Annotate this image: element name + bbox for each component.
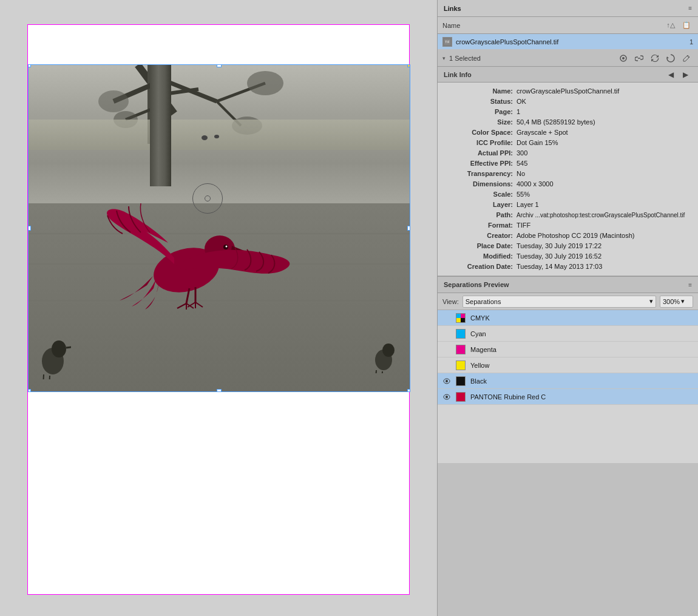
sep-item-magenta[interactable]: Magenta xyxy=(438,342,698,357)
sort-button[interactable]: ↑△ xyxy=(664,19,677,32)
edit-button[interactable] xyxy=(680,52,693,64)
link-item[interactable]: TIF crowGrayscalePlusSpotChannel.tif 1 xyxy=(438,34,698,50)
goto-link-button[interactable] xyxy=(617,52,630,64)
label-name: Name: xyxy=(444,86,517,96)
svg-point-19 xyxy=(226,246,228,248)
sep-toolbar: View: Separations ▾ 300% ▾ xyxy=(438,293,698,310)
selected-chevron-icon[interactable]: ▾ xyxy=(442,55,446,61)
handle-top-right[interactable] xyxy=(407,64,410,67)
handle-middle-right[interactable] xyxy=(407,226,410,231)
label-path: Path: xyxy=(444,210,517,220)
cyan-swatch xyxy=(456,329,466,339)
svg-text:TIF: TIF xyxy=(445,40,450,44)
sep-item-black[interactable]: Black xyxy=(438,373,698,389)
sep-item-pantone[interactable]: PANTONE Rubine Red C xyxy=(438,389,698,405)
info-row-layer: Layer: Layer 1 xyxy=(444,200,692,210)
new-doc-button[interactable]: 📋 xyxy=(680,19,693,32)
cmyk-swatch xyxy=(456,313,466,323)
value-creation: Tuesday, 14 May 2013 17:03 xyxy=(517,262,602,272)
label-effectiveppi: Effective PPI: xyxy=(444,158,517,169)
sep-item-cmyk-label: CMYK xyxy=(470,314,490,322)
edit-icon xyxy=(683,55,690,62)
info-row-creation: Creation Date: Tuesday, 14 May 2013 17:0… xyxy=(444,262,692,272)
label-placedate: Place Date: xyxy=(444,241,517,251)
value-dimensions: 4000 x 3000 xyxy=(517,179,554,189)
svg-line-31 xyxy=(43,374,44,379)
handle-middle-left[interactable] xyxy=(28,226,31,231)
eye-icon-black[interactable] xyxy=(442,377,451,385)
refresh-icon xyxy=(666,54,675,63)
link-info-nav: ◀ ▶ xyxy=(664,69,692,81)
image-frame[interactable] xyxy=(28,64,410,392)
sep-item-yellow[interactable]: Yellow xyxy=(438,357,698,373)
sep-dropdown-value: Separations xyxy=(466,298,501,305)
handle-bottom-center[interactable] xyxy=(217,389,222,392)
info-row-dimensions: Dimensions: 4000 x 3000 xyxy=(444,179,692,189)
handle-top-center[interactable] xyxy=(217,64,222,67)
sep-item-cyan-label: Cyan xyxy=(470,330,486,337)
info-row-name: Name: crowGrayscalePlusSpotChannel.tif xyxy=(444,86,692,96)
sep-view-dropdown[interactable]: Separations ▾ xyxy=(463,296,656,308)
prev-info-button[interactable]: ◀ xyxy=(664,69,677,81)
tree-trunk xyxy=(150,65,171,186)
info-row-transparency: Transparency: No xyxy=(444,169,692,179)
sep-menu-icon[interactable]: ≡ xyxy=(688,282,692,288)
links-name-column: Name xyxy=(442,22,662,29)
relink-button[interactable] xyxy=(648,52,662,64)
label-scale: Scale: xyxy=(444,189,517,200)
label-creation: Creation Date: xyxy=(444,262,517,272)
eye-icon-pantone[interactable] xyxy=(442,393,451,401)
crow-svg xyxy=(101,197,308,319)
sep-bottom-space xyxy=(438,463,698,616)
label-modified: Modified: xyxy=(444,251,517,262)
info-row-placedate: Place Date: Tuesday, 30 July 2019 17:22 xyxy=(444,241,692,251)
svg-point-43 xyxy=(622,57,625,59)
info-row-colorspace: Color Space: Grayscale + Spot xyxy=(444,127,692,138)
sep-zoom-value: 300% xyxy=(663,298,680,305)
svg-line-35 xyxy=(376,370,376,373)
sep-list: CMYK Cyan Magenta Yellow xyxy=(438,310,698,463)
sep-dropdown-arrow: ▾ xyxy=(649,297,653,305)
update-link-button[interactable] xyxy=(632,52,646,64)
svg-point-50 xyxy=(446,396,448,398)
sep-zoom-control[interactable]: 300% ▾ xyxy=(660,296,693,308)
eye-icon-svg-black xyxy=(443,378,450,384)
handle-bottom-right[interactable] xyxy=(407,389,410,392)
handle-bottom-left[interactable] xyxy=(28,389,31,392)
info-row-scale: Scale: 55% xyxy=(444,189,692,200)
links-tab-label[interactable]: Links xyxy=(444,5,461,12)
black-swatch xyxy=(456,376,466,386)
svg-point-34 xyxy=(382,344,395,357)
handle-top-left[interactable] xyxy=(28,64,31,67)
sep-preview-title: Separations Preview xyxy=(444,281,509,288)
svg-marker-45 xyxy=(666,56,669,58)
info-row-effectiveppi: Effective PPI: 545 xyxy=(444,158,692,169)
sep-item-cyan[interactable]: Cyan xyxy=(438,326,698,342)
label-size: Size: xyxy=(444,117,517,127)
sep-item-cmyk[interactable]: CMYK xyxy=(438,310,698,326)
links-menu-icon[interactable]: ≡ xyxy=(688,5,692,12)
bird-left xyxy=(35,331,71,379)
eye-icon-svg-pantone xyxy=(443,394,450,400)
label-format: Format: xyxy=(444,220,517,231)
goto-icon xyxy=(618,54,628,63)
link-item-number: 1 xyxy=(690,38,693,46)
svg-point-38 xyxy=(214,135,219,138)
sep-item-pantone-label: PANTONE Rubine Red C xyxy=(470,393,546,401)
value-status: OK xyxy=(517,96,526,107)
info-row-modified: Modified: Tuesday, 30 July 2019 16:52 xyxy=(444,251,692,262)
next-info-button[interactable]: ▶ xyxy=(679,69,692,81)
info-row-actualppi: Actual PPI: 300 xyxy=(444,148,692,158)
canvas-area xyxy=(0,0,437,616)
label-colorspace: Color Space: xyxy=(444,127,517,138)
label-creator: Creator: xyxy=(444,231,517,241)
svg-line-22 xyxy=(177,303,186,308)
refresh-button[interactable] xyxy=(664,52,677,64)
label-dimensions: Dimensions: xyxy=(444,179,517,189)
svg-line-32 xyxy=(49,376,50,379)
label-transparency: Transparency: xyxy=(444,169,517,179)
right-panel: Links ≡ Name ↑△ 📋 TIF crowGrayscalePlusS… xyxy=(437,0,698,616)
separations-preview-panel: Separations Preview ≡ View: Separations … xyxy=(438,276,698,616)
image-canvas xyxy=(29,65,410,391)
svg-point-48 xyxy=(446,380,448,382)
